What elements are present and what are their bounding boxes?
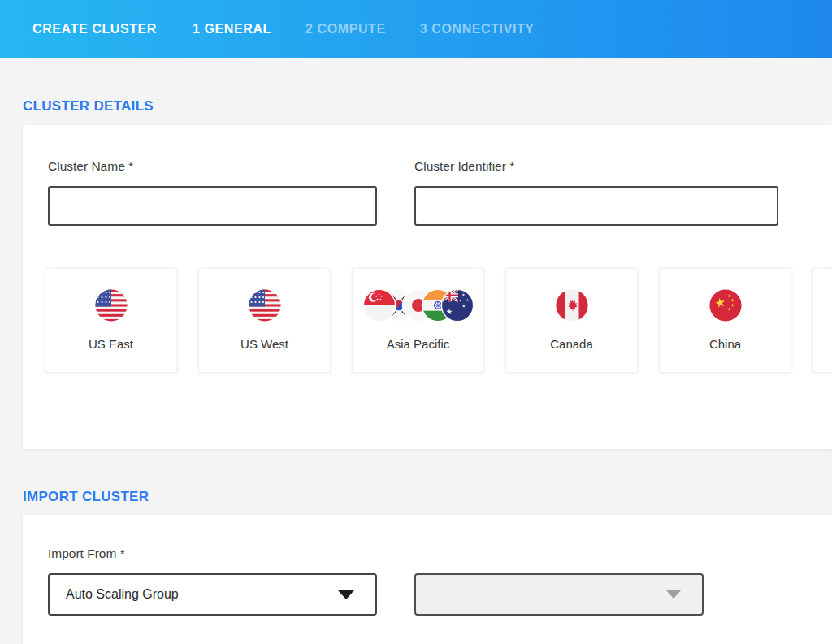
cluster-identifier-field: Cluster Identifier * [414, 159, 778, 226]
cluster-name-field: Cluster Name * [48, 159, 377, 226]
import-from-selected-value: Auto Scaling Group [66, 587, 179, 602]
region-card-canada[interactable]: Canada [505, 268, 638, 373]
tab-connectivity[interactable]: 3 CONNECTIVITY [420, 22, 535, 37]
asia-pacific-flags-icon [363, 289, 474, 322]
region-label: Canada [550, 337, 593, 351]
import-cluster-heading: IMPORT CLUSTER [23, 449, 832, 505]
import-source-select[interactable] [414, 573, 704, 616]
region-card-asia-pacific[interactable]: Asia Pacific [352, 268, 484, 373]
us-flag-icon [249, 289, 281, 322]
cluster-identifier-label: Cluster Identifier * [414, 159, 778, 174]
import-selects-row: Auto Scaling Group [48, 573, 832, 616]
tab-compute[interactable]: 2 COMPUTE [306, 22, 386, 37]
cluster-name-label: Cluster Name * [48, 159, 377, 174]
region-card-china[interactable]: China [659, 268, 791, 373]
import-from-select[interactable]: Auto Scaling Group [48, 573, 377, 616]
cluster-name-input[interactable] [48, 186, 377, 226]
chevron-down-icon [338, 590, 354, 599]
us-flag-icon [95, 289, 128, 322]
canada-flag-icon [556, 289, 588, 322]
cluster-details-card: Cluster Name * Cluster Identifier * [23, 125, 832, 449]
import-from-label: Import From * [48, 547, 832, 561]
cluster-details-heading: CLUSTER DETAILS [23, 58, 832, 115]
region-label: China [709, 337, 741, 351]
region-card-us-west[interactable]: US West [198, 268, 331, 373]
import-cluster-card: Import From * Auto Scaling Group [23, 515, 832, 644]
cluster-fields-row: Cluster Name * Cluster Identifier * [48, 159, 832, 226]
region-label: Asia Pacific [387, 337, 450, 351]
wizard-topbar: CREATE CLUSTER 1 GENERAL 2 COMPUTE 3 CON… [0, 0, 832, 58]
create-cluster-page: CREATE CLUSTER 1 GENERAL 2 COMPUTE 3 CON… [0, 0, 832, 644]
china-flag-icon [709, 289, 742, 322]
region-label: US East [89, 337, 133, 351]
page-title: CREATE CLUSTER [32, 22, 157, 37]
wizard-steps: 1 GENERAL 2 COMPUTE 3 CONNECTIVITY [193, 22, 569, 37]
chevron-down-icon [666, 590, 681, 599]
region-list: US East [45, 268, 832, 373]
cluster-identifier-input[interactable] [414, 186, 778, 226]
region-label: US West [240, 337, 288, 351]
region-card-partial[interactable] [812, 268, 832, 373]
region-card-us-east[interactable]: US East [45, 268, 177, 373]
tab-general[interactable]: 1 GENERAL [193, 22, 271, 37]
